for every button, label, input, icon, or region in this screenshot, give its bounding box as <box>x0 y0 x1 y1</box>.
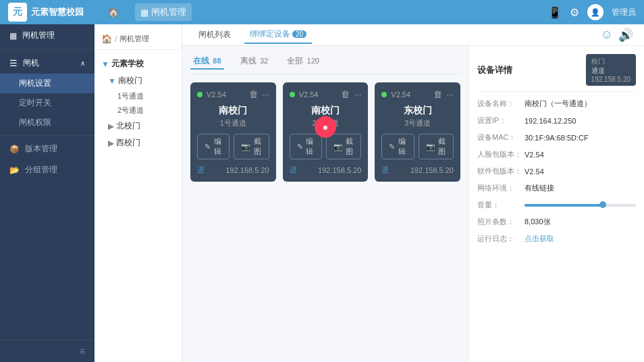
detail-label-network: 网络环境： <box>477 183 525 193</box>
detail-value-log[interactable]: 点击获取 <box>525 234 636 244</box>
detail-row-ip: 设置IP： 192.164.12.250 <box>477 115 636 126</box>
screenshot-icon-1: 📷 <box>241 143 250 151</box>
device-card-2: V2.54 🗑 ··· 南校门 2号通道 ✎ 编辑 <box>283 82 369 182</box>
device-3-enter-link[interactable]: 进 <box>381 165 389 175</box>
refresh-icon[interactable]: ☺ <box>601 28 613 43</box>
tree-north-gate-row[interactable]: ▶ 北校门 <box>105 118 178 134</box>
volume-thumb <box>599 201 606 208</box>
device-3-ip: 192.158.5.20 <box>410 166 454 174</box>
edit-icon-1: ✎ <box>205 143 211 151</box>
detail-value-ip: 192.164.12.250 <box>525 117 636 125</box>
device-2-delete-icon[interactable]: 🗑 <box>341 89 350 99</box>
device-3-edit-btn[interactable]: ✎ 编辑 <box>381 134 414 159</box>
username: 管理员 <box>612 7 636 18</box>
sidebar-item-gate-settings[interactable]: 闸机设置 <box>0 74 95 93</box>
sidebar-header-gate[interactable]: ▦ 闸机管理 <box>0 24 95 47</box>
tree-channel-1[interactable]: 1号通道 <box>115 89 178 103</box>
main-right: 闸机列表 绑绑定设备20 ☺ 🔊 <box>182 24 644 362</box>
device-1-enter-link[interactable]: 进 <box>197 165 205 175</box>
tab-all[interactable]: 全部 120 <box>284 54 322 70</box>
tree-root-icon: ▼ <box>101 59 109 69</box>
device-3-channel: 3号通道 <box>381 118 454 128</box>
avatar[interactable]: 👤 <box>587 4 603 20</box>
detail-label-name: 设备名称： <box>477 99 525 109</box>
toolbar-link-bind-device[interactable]: 绑绑定设备20 <box>244 26 312 44</box>
tree-root[interactable]: ▼ 元素学校 <box>99 55 178 72</box>
device-3-screenshot-btn[interactable]: 📷 截图 <box>419 134 454 159</box>
sidebar-item-timer-switch[interactable]: 定时开关 <box>0 93 95 113</box>
tab-online[interactable]: 在线 88 <box>190 54 224 70</box>
detail-row-name: 设备名称： 南校门（一号通道） <box>477 99 636 109</box>
detail-label-volume: 音量： <box>477 200 525 210</box>
detail-header: 设备详情 校门 通道 192.158.5.20 <box>477 54 636 92</box>
device-3-status-dot <box>381 92 387 97</box>
tab-offline-count: 32 <box>260 57 268 65</box>
record-button[interactable]: ● <box>315 116 336 138</box>
sidebar-item-gate[interactable]: ☰ 闸机 ∧ <box>0 53 95 74</box>
device-1-edit-btn[interactable]: ✎ 编辑 <box>197 134 230 159</box>
device-2-more-icon[interactable]: ··· <box>354 89 361 99</box>
nav-home[interactable]: 🏠 <box>103 5 124 20</box>
settings-icon[interactable]: ⚙ <box>570 6 579 19</box>
right-card-ip: 192.158.5.20 <box>591 76 630 83</box>
device-card-2-header: V2.54 🗑 ··· <box>290 89 362 99</box>
collapse-icon[interactable]: ≡ <box>80 346 85 357</box>
record-icon: ● <box>323 122 328 132</box>
device-card-3: V2.54 🗑 ··· 东校门 3号通道 ✎ 编辑 <box>375 82 460 182</box>
device-2-enter-link[interactable]: 进 <box>290 165 297 175</box>
tab-offline-label: 离线 <box>240 56 257 66</box>
home-icon: 🏠 <box>108 7 119 18</box>
detail-label-ip: 设置IP： <box>477 115 525 126</box>
volume-slider[interactable] <box>525 204 636 207</box>
tree-south-children: 1号通道 2号通道 <box>105 89 178 118</box>
detail-label-face-ver: 人脸包版本： <box>477 149 525 159</box>
detail-label-photo-count: 照片条数： <box>477 217 525 227</box>
device-1-delete-icon[interactable]: 🗑 <box>249 89 258 99</box>
logo-icon: 元 <box>8 3 27 22</box>
device-list-area: 在线 88 离线 32 全部 120 <box>182 46 468 362</box>
mobile-icon[interactable]: 📱 <box>548 6 562 19</box>
tab-online-count: 88 <box>213 57 221 65</box>
device-1-more-icon[interactable]: ··· <box>262 89 269 99</box>
device-3-more-icon[interactable]: ··· <box>446 89 454 99</box>
device-grid: V2.54 🗑 ··· 南校门 1号通道 ✎ 编辑 <box>190 82 460 182</box>
device-3-delete-icon[interactable]: 🗑 <box>433 89 442 99</box>
detail-row-photo-count: 照片条数： 8,030张 <box>477 217 636 227</box>
tree-west-gate-row[interactable]: ▶ 西校门 <box>105 134 178 151</box>
breadcrumb-home-icon[interactable]: 🏠 <box>101 34 112 44</box>
screenshot-icon-3: 📷 <box>426 143 435 151</box>
tree-root-label: 元素学校 <box>111 58 144 70</box>
gate-icon: ▦ <box>140 7 149 18</box>
tab-offline[interactable]: 离线 32 <box>238 54 271 70</box>
right-card-channel-text: 通道 <box>591 66 630 76</box>
device-2-version: V2.54 <box>299 90 338 99</box>
sidebar-item-groups[interactable]: 📂 分组管理 <box>0 159 95 180</box>
right-card-partial-text: 校门 <box>591 57 630 66</box>
tree-south-gate-row[interactable]: ▼ 南校门 <box>105 72 178 89</box>
detail-panel: 设备详情 校门 通道 192.158.5.20 设备名称： 南校门（一号通道） <box>468 46 644 362</box>
device-2-edit-btn[interactable]: ✎ 编辑 <box>290 134 322 159</box>
sidebar-item-version[interactable]: 📦 版本管理 <box>0 138 95 159</box>
sidebar-item-gate-permissions[interactable]: 闸机权限 <box>0 113 95 132</box>
tree-panel: 🏠 / 闸机管理 ▼ 元素学校 ▼ 南校门 <box>95 24 182 362</box>
detail-row-sw-ver: 软件包版本： V2.54 <box>477 166 636 176</box>
app-name: 元素智慧校园 <box>31 6 84 18</box>
app-logo: 元 元素智慧校园 <box>8 3 103 22</box>
toolbar-right-icons: ☺ 🔊 <box>601 28 633 43</box>
device-2-name: 南校门 <box>290 105 362 117</box>
device-1-status-dot <box>197 92 203 97</box>
tree-channel-2[interactable]: 2号通道 <box>115 103 178 118</box>
detail-label-log: 运行日志： <box>477 234 525 244</box>
detail-panel-title: 设备详情 <box>477 64 512 76</box>
detail-value-photo-count: 8,030张 <box>525 217 636 227</box>
device-card-1: V2.54 🗑 ··· 南校门 1号通道 ✎ 编辑 <box>190 82 276 182</box>
nav-gate-management[interactable]: ▦ 闸机管理 <box>135 3 192 21</box>
tab-online-label: 在线 <box>193 56 209 66</box>
detail-value-name: 南校门（一号通道） <box>525 99 636 109</box>
device-2-screenshot-btn[interactable]: 📷 截图 <box>326 134 361 159</box>
device-1-screenshot-btn[interactable]: 📷 截图 <box>234 134 269 159</box>
volume-icon[interactable]: 🔊 <box>618 28 633 43</box>
device-3-version: V2.54 <box>391 90 429 99</box>
device-1-channel: 1号通道 <box>197 118 269 128</box>
toolbar-link-gate-list[interactable]: 闸机列表 <box>193 26 236 43</box>
